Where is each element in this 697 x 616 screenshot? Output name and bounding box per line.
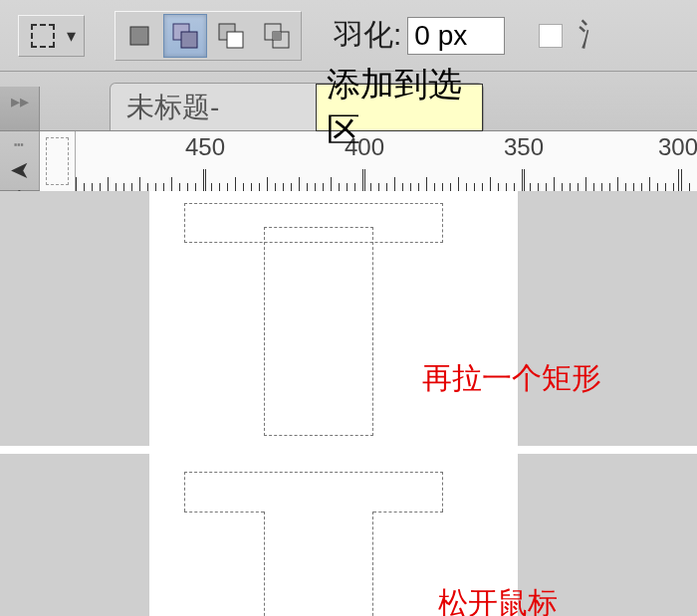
antialias-checkbox[interactable] — [539, 24, 563, 48]
ruler-label: 450 — [185, 133, 225, 161]
tooltip: 添加到选区 — [316, 84, 483, 131]
tooltip-text: 添加到选区 — [327, 62, 472, 153]
ruler-label: 300 — [658, 133, 697, 161]
selection-union-edge-r — [373, 512, 443, 513]
svg-rect-4 — [227, 32, 243, 48]
panel-collapse-toggle[interactable]: ▸▸ — [0, 87, 40, 130]
rectangular-marquee-icon — [31, 24, 55, 48]
canvas-pasteboard-left — [0, 454, 149, 616]
document-tab[interactable]: 未标题- 添加到选区__ 8) * × 添加到选区 — [110, 83, 484, 130]
tool-sidebar: ┅ ➤ ✥ — [0, 131, 40, 190]
step1-panel: 再拉一个矩形 — [0, 191, 697, 450]
marquee-tool-dropdown[interactable]: ▾ — [18, 15, 85, 57]
canvas-pasteboard-right — [518, 191, 697, 446]
selection-union-top — [184, 472, 443, 512]
tab-title-prefix: 未标题- — [126, 89, 219, 126]
annotation-step1: 再拉一个矩形 — [422, 358, 601, 399]
step2-panel: 松开鼠标 — [0, 454, 697, 616]
add-to-selection-button[interactable] — [163, 14, 207, 58]
antialias-label-partial: 氵 — [579, 15, 608, 56]
new-selection-icon — [126, 23, 152, 49]
selection-union-stem — [264, 512, 373, 616]
intersect-selection-icon — [262, 21, 292, 51]
expand-icon: ▸▸ — [11, 91, 29, 112]
canvas-pasteboard-left — [0, 191, 149, 446]
svg-rect-2 — [181, 32, 197, 48]
selection-union-edge-l — [184, 512, 264, 513]
grip-icon: ┅ — [14, 135, 26, 154]
intersect-selection-button[interactable] — [255, 14, 299, 58]
ruler-ticks — [76, 167, 697, 191]
svg-rect-7 — [273, 32, 281, 40]
annotation-step2: 松开鼠标 — [438, 583, 558, 616]
selection-mode-group — [115, 11, 302, 61]
ruler-origin[interactable] — [40, 131, 76, 191]
chevron-down-icon: ▾ — [67, 25, 76, 47]
selection-marquee-2 — [264, 227, 373, 436]
feather-label: 羽化: — [334, 15, 401, 56]
ruler-label: 350 — [504, 133, 544, 161]
ruler-origin-marker — [46, 137, 69, 185]
selection-arrow-icon[interactable]: ➤ — [10, 156, 30, 184]
svg-rect-0 — [130, 27, 148, 45]
subtract-from-selection-icon — [216, 21, 246, 51]
feather-input[interactable] — [407, 17, 505, 55]
feather-group: 羽化: — [334, 15, 505, 56]
subtract-from-selection-button[interactable] — [209, 14, 253, 58]
canvas-area: 再拉一个矩形 松开鼠标 — [0, 191, 697, 616]
new-selection-button[interactable] — [117, 14, 161, 58]
document-tab-bar: ▸▸ 未标题- 添加到选区__ 8) * × 添加到选区 — [0, 72, 697, 131]
add-to-selection-icon — [170, 21, 200, 51]
